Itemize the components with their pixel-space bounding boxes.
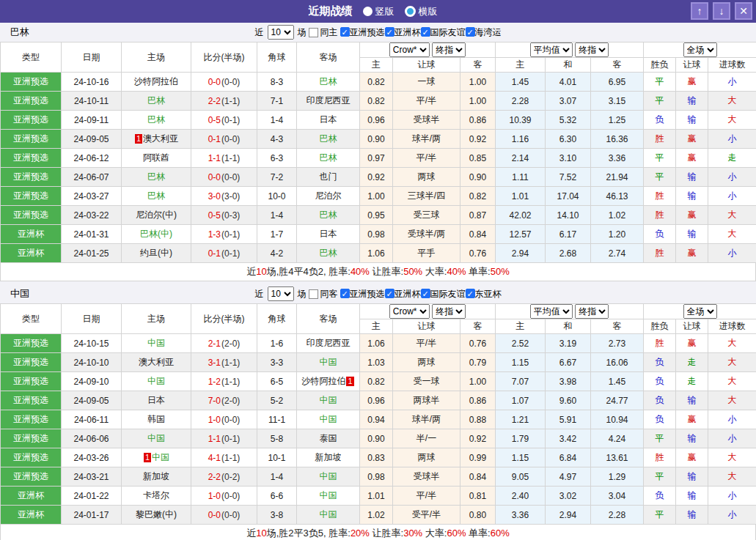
col-header: 日期 — [62, 42, 122, 73]
scroll-down-button[interactable]: ↓ — [713, 2, 730, 20]
halftime-score: (0-0) — [221, 172, 240, 182]
away-team: 中国 — [297, 410, 360, 429]
avg-home: 2.14 — [496, 149, 546, 168]
result-goals: 小 — [708, 487, 756, 506]
result-handicap: 输 — [676, 487, 708, 506]
radio-horizontal-layout[interactable]: 横版 — [405, 5, 438, 18]
odds-away: 0.82 — [460, 187, 496, 206]
team-label: 巴林 — [147, 95, 165, 106]
away-team: 中国 — [297, 467, 360, 487]
competition-checkbox[interactable]: ✓ — [385, 289, 394, 298]
result-handicap: 赢 — [676, 73, 708, 92]
avg-away: 3.36 — [591, 149, 644, 168]
bookmaker-select[interactable]: Crow* — [389, 42, 430, 57]
corners: 3-3 — [257, 353, 297, 372]
competition-checkbox[interactable]: ✓ — [421, 27, 430, 37]
close-button[interactable]: ✕ — [735, 2, 752, 20]
fulltime-score: 1-0 — [208, 491, 221, 501]
match-row: 亚洲杯 24-01-25 约旦(中) 0-1(0-1) 4-2 巴林 1.06 … — [1, 244, 756, 263]
recent-count-select[interactable]: 10 — [268, 286, 294, 301]
subcol-header: 主 — [496, 58, 546, 73]
competition-checkbox[interactable]: ✓ — [466, 289, 475, 298]
recent-label: 近 — [255, 288, 264, 300]
team-label: 巴林 — [147, 171, 165, 182]
result-wdl: 胜 — [644, 334, 676, 353]
result-wdl: 平 — [644, 429, 676, 448]
score-cell: 0-1(0-0) — [191, 130, 257, 149]
avg-draw: 5.32 — [546, 111, 591, 130]
recent-label: 近 — [255, 26, 264, 39]
subcol-header: 进球数 — [708, 58, 756, 73]
bookmaker-select[interactable]: Crow* — [389, 304, 430, 319]
competition-checkbox[interactable]: ✓ — [340, 289, 350, 298]
result-goals: 大 — [708, 467, 756, 487]
recent-count-select[interactable]: 10 — [268, 25, 294, 40]
match-date: 24-01-17 — [62, 506, 122, 525]
competition-label: 东亚杯 — [475, 289, 502, 299]
final-odds-select[interactable]: 终指 — [575, 304, 609, 319]
odds-away: 0.85 — [460, 149, 496, 168]
odds-home: 0.90 — [360, 429, 393, 448]
team-label: 沙特阿拉伯 — [134, 76, 178, 86]
radio-icon[interactable] — [363, 7, 373, 16]
corners: 5-2 — [257, 391, 297, 410]
col-header: 角球 — [257, 304, 297, 334]
same-venue-checkbox[interactable] — [309, 28, 318, 37]
odds-handicap: 受平/半 — [393, 506, 460, 525]
odds-away: 0.84 — [460, 467, 496, 487]
final-odds-select[interactable]: 终指 — [575, 42, 609, 57]
competition-filters: ✓亚洲预选✓亚洲杯✓国际友谊✓东亚杯 — [340, 288, 502, 300]
team-label: 巴林 — [320, 210, 337, 220]
col-header: 比分(半场) — [191, 304, 257, 334]
matches-body: 亚洲预选 24-10-16 沙特阿拉伯 0-0(0-0) 8-3 巴林 0.82… — [1, 73, 756, 263]
away-team: 日本 — [297, 225, 360, 244]
final-odds-select[interactable]: 终指 — [432, 42, 466, 57]
result-goals: 大 — [708, 391, 756, 410]
avg-away: 6.95 — [591, 73, 644, 92]
result-wdl: 平 — [644, 467, 676, 487]
odds-home: 0.90 — [360, 130, 393, 149]
scroll-up-button[interactable]: ↑ — [691, 2, 708, 20]
competition-checkbox[interactable]: ✓ — [340, 27, 350, 37]
score-cell: 1-1(0-1) — [191, 429, 257, 448]
competition-checkbox[interactable]: ✓ — [421, 289, 430, 298]
team-label: 中国 — [320, 414, 337, 424]
team-label: 日本 — [147, 395, 165, 405]
radio-vertical-layout[interactable]: 竖版 — [363, 5, 394, 18]
match-row: 亚洲预选 24-10-11 巴林 2-2(1-1) 7-1 印度尼西亚 0.82… — [1, 92, 756, 111]
result-goals: 小 — [708, 410, 756, 429]
final-odds-select[interactable]: 终指 — [432, 304, 466, 319]
match-date: 24-09-11 — [62, 111, 122, 130]
summary-segment: 大率: — [422, 266, 447, 277]
away-team: 中国 — [297, 353, 360, 372]
team-label: 卡塔尔 — [143, 490, 169, 500]
fulltime-select[interactable]: 全场 — [683, 304, 717, 319]
odds-home: 1.02 — [360, 506, 393, 525]
corners: 6-5 — [257, 372, 297, 391]
match-type: 亚洲预选 — [1, 410, 62, 429]
col-header: 日期 — [62, 304, 122, 334]
average-select[interactable]: 平均值 — [530, 42, 573, 57]
avg-away: 2.28 — [591, 506, 644, 525]
odds-away: 0.76 — [460, 334, 496, 353]
summary-segment: 60% — [447, 528, 466, 539]
competition-checkbox[interactable]: ✓ — [385, 27, 394, 37]
competition-checkbox[interactable]: ✓ — [466, 27, 475, 37]
match-row: 亚洲预选 24-10-16 沙特阿拉伯 0-0(0-0) 8-3 巴林 0.82… — [1, 73, 756, 92]
home-team: 黎巴嫩(中) — [122, 506, 191, 525]
same-venue-checkbox[interactable] — [309, 289, 318, 299]
team-label: 沙特阿拉伯 — [301, 376, 345, 386]
average-select[interactable]: 平均值 — [530, 304, 573, 319]
score-cell: 0-0(0-0) — [191, 506, 257, 525]
avg-draw: 6.67 — [546, 353, 591, 372]
odds-home: 0.92 — [360, 168, 393, 187]
fulltime-select[interactable]: 全场 — [683, 42, 717, 57]
match-type: 亚洲杯 — [1, 225, 62, 244]
competition-filters: ✓亚洲预选✓亚洲杯✓国际友谊✓海湾运 — [340, 26, 502, 39]
result-group-header: 全场 — [644, 304, 756, 319]
page-title: 近期战绩 — [309, 4, 353, 18]
match-type: 亚洲预选 — [1, 73, 62, 92]
radio-icon[interactable] — [405, 6, 416, 17]
fulltime-score: 4-1 — [208, 453, 221, 463]
fulltime-score: 1-1 — [208, 434, 221, 444]
